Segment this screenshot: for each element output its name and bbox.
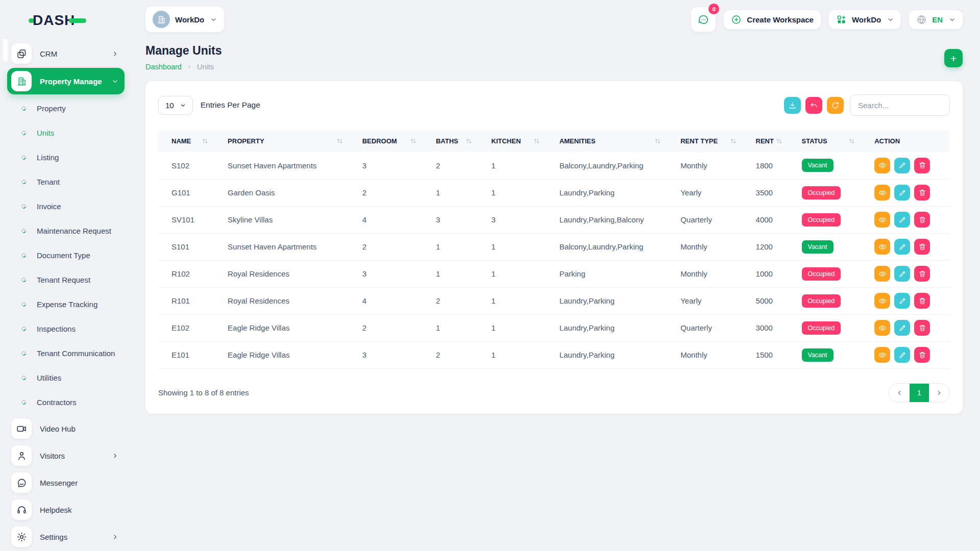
next-page-button[interactable] (929, 384, 949, 402)
view-button[interactable] (874, 185, 890, 201)
main-area: WorkDo 0 Create Workspace WorkDo (133, 0, 980, 551)
add-unit-button[interactable]: + (944, 49, 963, 67)
previous-page-button[interactable] (889, 384, 910, 402)
sidebar-item-property-manage[interactable]: Property Manage (7, 68, 125, 94)
sidebar-scrollbar[interactable] (3, 39, 8, 61)
workdo-menu-button[interactable]: WorkDo (829, 10, 901, 29)
current-page-button[interactable]: 1 (910, 384, 929, 402)
view-button[interactable] (874, 320, 890, 336)
table-controls: 10 Entries Per Page (158, 94, 950, 116)
edit-button[interactable] (894, 158, 910, 173)
view-button[interactable] (874, 347, 890, 363)
delete-button[interactable] (914, 320, 930, 336)
delete-button[interactable] (914, 185, 930, 201)
sort-icon[interactable] (776, 138, 782, 144)
cell-kitchen: 3 (485, 206, 553, 233)
entries-per-page-select[interactable]: 10 (158, 96, 193, 115)
sort-icon[interactable] (654, 138, 661, 144)
edit-button[interactable] (894, 212, 910, 228)
sort-icon[interactable] (533, 138, 540, 144)
edit-button[interactable] (894, 239, 910, 255)
table-body: S102 Sunset Haven Apartments 3 2 1 Balco… (158, 152, 950, 368)
export-button[interactable] (784, 97, 801, 114)
workspace-label: WorkDo (175, 15, 204, 24)
sidebar-item-video-hub[interactable]: Video Hub (7, 416, 125, 441)
pencil-icon (898, 270, 906, 278)
sidebar-item-units[interactable]: Units (7, 120, 125, 145)
cell-status: Vacant (796, 341, 869, 368)
trash-icon (918, 161, 926, 169)
chevron-down-icon (949, 16, 955, 23)
cell-baths: 1 (430, 179, 485, 206)
sort-icon[interactable] (336, 138, 343, 144)
column-header-property: PROPERTY (222, 130, 356, 152)
view-button[interactable] (874, 293, 890, 309)
sidebar-item-listing[interactable]: Listing (7, 145, 125, 169)
cell-status: Vacant (796, 152, 869, 179)
sort-icon[interactable] (848, 138, 855, 144)
bullet-icon (20, 252, 27, 258)
delete-button[interactable] (914, 239, 930, 255)
table-row: S102 Sunset Haven Apartments 3 2 1 Balco… (158, 152, 950, 179)
status-badge: Occupied (802, 294, 841, 308)
sidebar-item-label: CRM (40, 49, 57, 58)
delete-button[interactable] (914, 347, 930, 363)
sidebar-item-crm[interactable]: CRM (7, 41, 125, 66)
units-card: 10 Entries Per Page (145, 81, 963, 414)
sidebar-item-settings[interactable]: Settings (7, 524, 125, 549)
sidebar-item-utilities[interactable]: Utilities (7, 365, 125, 390)
edit-button[interactable] (894, 185, 910, 201)
cell-name: SV101 (158, 206, 222, 233)
undo-button[interactable] (805, 97, 822, 114)
edit-button[interactable] (894, 293, 910, 309)
sidebar-item-invoice[interactable]: Invoice (7, 194, 125, 218)
refresh-button[interactable] (827, 97, 844, 114)
search-input[interactable] (850, 94, 950, 116)
edit-button[interactable] (894, 266, 910, 282)
view-button[interactable] (874, 266, 890, 282)
edit-button[interactable] (894, 347, 910, 363)
sidebar-item-contractors[interactable]: Contractors (7, 390, 125, 414)
sidebar-item-inspections[interactable]: Inspections (7, 316, 125, 341)
sidebar-item-expense-tracking[interactable]: Expense Tracking (7, 292, 125, 316)
eye-icon (878, 324, 887, 332)
sort-icon[interactable] (730, 138, 737, 144)
delete-button[interactable] (914, 212, 930, 228)
sidebar-item-messenger[interactable]: Messenger (7, 470, 125, 495)
workspace-selector[interactable]: WorkDo (145, 7, 224, 32)
eye-icon (878, 243, 887, 251)
sort-icon[interactable] (465, 138, 472, 144)
chevron-down-icon (112, 78, 118, 85)
language-selector[interactable]: EN (909, 10, 963, 29)
messages-button[interactable]: 0 (691, 7, 716, 32)
view-button[interactable] (874, 239, 890, 255)
delete-button[interactable] (914, 158, 930, 173)
bullet-icon (20, 179, 27, 185)
headset-icon (11, 499, 32, 520)
table-row: R102 Royal Residences 3 1 1 Parking Mont… (158, 260, 950, 287)
messages-count-badge: 0 (708, 4, 719, 14)
sort-icon[interactable] (410, 138, 416, 144)
cell-amenities: Laundry,Parking (553, 179, 674, 206)
delete-button[interactable] (914, 293, 930, 309)
circle-plus-icon (731, 14, 742, 25)
sidebar-item-visitors[interactable]: Visitors (7, 443, 125, 468)
sidebar-item-maintenance-request[interactable]: Maintenance Request (7, 218, 125, 243)
sidebar-item-helpdesk[interactable]: Helpdesk (7, 497, 125, 522)
sort-icon[interactable] (202, 138, 208, 144)
cell-bedroom: 2 (356, 179, 430, 206)
sidebar-item-tenant-request[interactable]: Tenant Request (7, 267, 125, 292)
sidebar-item-label: Settings (40, 533, 67, 541)
view-button[interactable] (874, 158, 890, 173)
eye-icon (878, 189, 887, 197)
sidebar-item-property[interactable]: Property (7, 96, 125, 120)
sidebar-item-document-type[interactable]: Document Type (7, 243, 125, 267)
view-button[interactable] (874, 212, 890, 228)
create-workspace-button[interactable]: Create Workspace (724, 10, 821, 29)
sidebar-item-tenant[interactable]: Tenant (7, 169, 125, 194)
sidebar-item-tenant-communication[interactable]: Tenant Communication (7, 341, 125, 365)
edit-button[interactable] (894, 320, 910, 336)
cell-status: Occupied (796, 314, 869, 341)
breadcrumb-dashboard-link[interactable]: Dashboard (145, 63, 182, 71)
delete-button[interactable] (914, 266, 930, 282)
